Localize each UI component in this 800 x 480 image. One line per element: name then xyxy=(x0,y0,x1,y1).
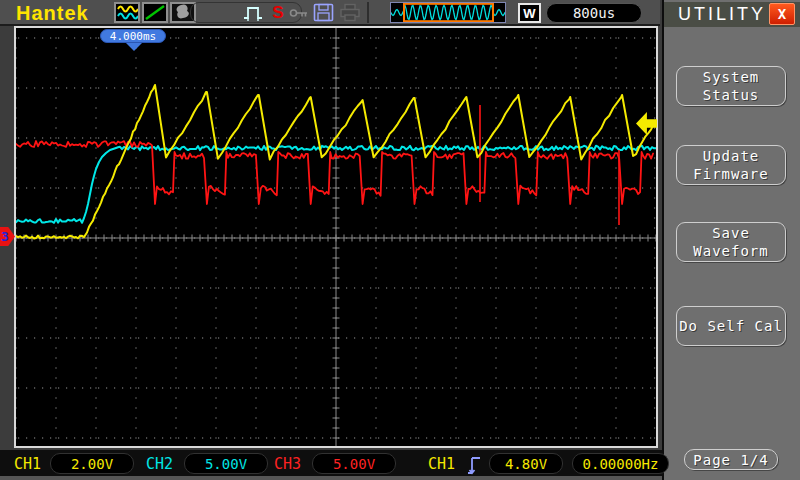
trigger-position-marker[interactable]: 4.000ms xyxy=(100,29,166,43)
pulse-trigger-icon xyxy=(241,2,267,23)
topbar: Hantek S xyxy=(0,0,660,26)
ch1-label: CH1 xyxy=(14,455,41,473)
slope-glyph xyxy=(144,4,166,21)
topbar-divider xyxy=(367,2,369,23)
rising-edge-icon xyxy=(466,453,484,480)
system-status-button[interactable]: System Status xyxy=(676,66,786,106)
waveform-preview[interactable] xyxy=(390,2,506,23)
key-glyph xyxy=(289,6,309,20)
menu-header: UTILITY X xyxy=(664,2,800,27)
save-icon[interactable] xyxy=(311,2,335,23)
rising-edge-glyph xyxy=(466,453,484,476)
page-button[interactable]: Page 1/4 xyxy=(684,449,778,470)
trigger-source-label: CH1 xyxy=(428,455,455,473)
trigger-position-pointer-icon xyxy=(126,43,142,51)
update-firmware-button[interactable]: Update Firmware xyxy=(676,145,786,185)
trigger-level-readout: 4.80V xyxy=(489,453,563,474)
key-lock-icon xyxy=(288,2,310,23)
save-waveform-button[interactable]: Save Waveform xyxy=(676,222,786,262)
scope-display: 4.000ms xyxy=(14,26,658,448)
pulse-glyph xyxy=(242,3,266,23)
do-self-cal-button[interactable]: Do Self Cal xyxy=(676,306,786,346)
bottombar: CH1 2.00V CH2 5.00V CH3 5.00V CH1 4.80V … xyxy=(0,450,662,480)
ch1-scale-readout: 2.00V xyxy=(50,453,134,474)
ch3-label: CH3 xyxy=(274,455,301,473)
menu-title: UTILITY xyxy=(664,4,766,25)
oscilloscope-screen: Hantek S xyxy=(0,0,800,480)
utility-menu: UTILITY X System Status Update Firmware … xyxy=(662,0,800,480)
timebase-readout: 800us xyxy=(546,3,642,23)
ch2-scale-readout: 5.00V xyxy=(184,453,268,474)
channel-waves-icon[interactable] xyxy=(114,2,140,23)
preview-wave-glyph xyxy=(391,3,505,22)
trigger-frequency-readout: 0.00000Hz xyxy=(572,453,669,474)
slope-icon[interactable] xyxy=(142,2,168,23)
close-icon[interactable]: X xyxy=(769,3,795,25)
waveform-canvas xyxy=(16,28,656,446)
printer-glyph xyxy=(339,3,361,22)
ch3-scale-readout: 5.00V xyxy=(312,453,396,474)
channel-waves-glyph xyxy=(116,4,138,21)
ch3-level-marker[interactable]: 3 xyxy=(0,227,15,246)
print-icon[interactable] xyxy=(338,2,362,23)
hantek-logo: Hantek xyxy=(16,2,89,25)
floppy-glyph xyxy=(313,3,334,22)
stop-status-icon: S xyxy=(269,2,287,23)
window-zoom-icon[interactable]: W xyxy=(518,3,541,23)
ch2-label: CH2 xyxy=(146,455,173,473)
